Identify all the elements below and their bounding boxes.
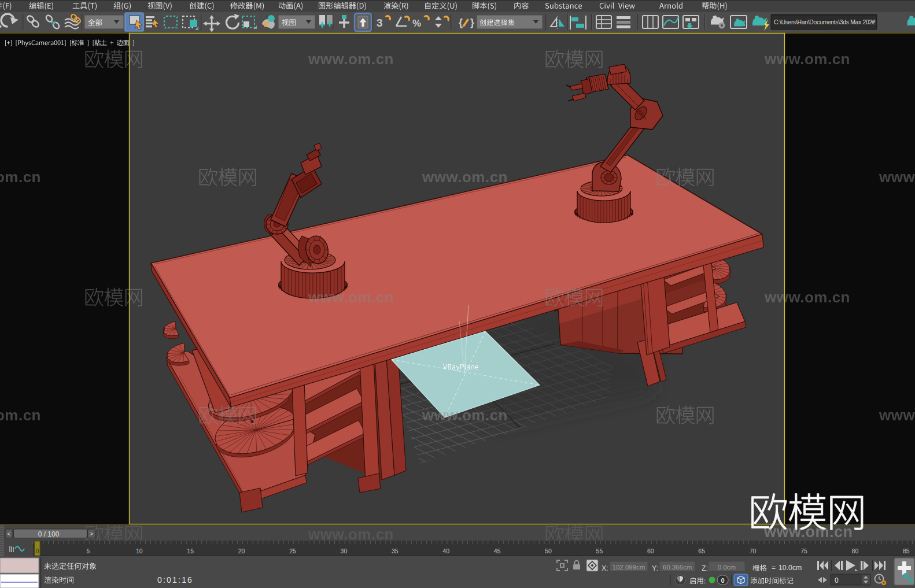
svg-text:60: 60 [647,548,654,554]
svg-text:25: 25 [289,548,296,554]
svg-text:102.099cm: 102.099cm [613,564,645,571]
svg-text:C:\Users\Han\Documents\3ds Max: C:\Users\Han\Documents\3ds Max 2022 [774,19,876,25]
svg-text:www.om.cn: www.om.cn [308,526,394,543]
svg-text:35: 35 [392,548,399,554]
svg-text:www.om.cn: www.om.cn [308,50,394,68]
svg-text:{: { [459,17,463,28]
svg-text:70: 70 [750,548,757,554]
svg-text:www.om.cn: www.om.cn [879,406,915,424]
svg-text:>: > [90,530,93,537]
svg-text:10.0cm: 10.0cm [779,564,802,572]
svg-text:www.om.cn: www.om.cn [879,168,915,186]
svg-text:www.om.cn: www.om.cn [0,168,41,186]
svg-text:60.366cm: 60.366cm [663,564,692,571]
svg-text:0 / 100: 0 / 100 [38,530,60,538]
svg-text:%: % [412,18,421,29]
svg-text:15: 15 [187,548,194,554]
svg-text:40: 40 [442,548,449,554]
svg-text:}: } [470,17,474,28]
svg-text:X:: X: [602,564,608,572]
svg-text:www.om.cn: www.om.cn [764,289,850,306]
svg-text:80: 80 [852,548,859,554]
svg-text:55: 55 [596,548,603,554]
svg-text:www.om.cn: www.om.cn [308,289,394,306]
svg-text:0: 0 [36,548,39,554]
svg-text:0:01:16: 0:01:16 [157,575,193,585]
svg-text:65: 65 [698,548,705,554]
svg-text:85: 85 [903,548,910,554]
svg-text:45: 45 [494,548,501,554]
svg-text:Y:: Y: [652,564,658,572]
svg-text:www.om.cn: www.om.cn [763,523,853,541]
svg-text:5: 5 [86,548,90,554]
svg-text:www.om.cn: www.om.cn [422,406,508,424]
svg-text:10: 10 [136,548,143,554]
svg-text:Z:: Z: [702,564,708,572]
svg-text:20: 20 [238,548,245,554]
svg-text:www.om.cn: www.om.cn [0,406,41,424]
svg-text:www.om.cn: www.om.cn [764,50,850,68]
svg-text:30: 30 [341,548,348,554]
svg-text:0: 0 [721,577,724,584]
svg-text:50: 50 [545,548,552,554]
svg-text:75: 75 [800,548,807,554]
svg-text:<: < [7,530,10,537]
svg-text:0: 0 [835,576,839,585]
svg-text:www.om.cn: www.om.cn [422,168,508,186]
svg-text:3: 3 [377,17,383,29]
svg-text:0.0cm: 0.0cm [718,564,736,571]
svg-text:=: = [772,564,776,572]
